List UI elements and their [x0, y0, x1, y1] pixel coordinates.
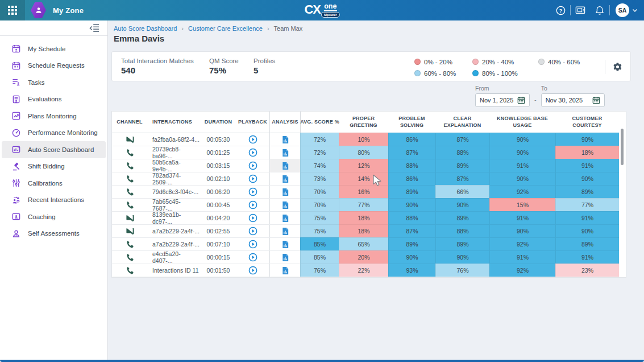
analysis-button[interactable]: [281, 149, 289, 157]
play-button[interactable]: [248, 200, 257, 209]
notifications-button[interactable]: [590, 0, 609, 20]
sidebar-item-coaching[interactable]: Coaching: [2, 208, 106, 225]
avg-score-cell: 85%: [300, 250, 339, 264]
settings-button[interactable]: [611, 60, 624, 73]
analysis-button[interactable]: [281, 240, 289, 249]
panel-divider: [605, 60, 605, 74]
bell-icon: [595, 6, 604, 15]
score-cell: 90%: [435, 198, 489, 211]
score-cell: 92%: [489, 237, 555, 250]
sidebar-item-self-assessments[interactable]: Self Assessments: [2, 225, 106, 242]
chevron-down-icon[interactable]: [631, 7, 638, 14]
score-cell: 90%: [388, 198, 435, 211]
score-cell: 90%: [489, 146, 555, 159]
analysis-button[interactable]: [281, 227, 289, 236]
breadcrumb-link-auto-score-dashboard[interactable]: Auto Score Dashboard: [114, 25, 177, 32]
table-row: 20739cb8-ba96-...00:01:2572%80%87%88%90%…: [112, 146, 619, 159]
score-cell: 89%: [388, 237, 435, 250]
agent-screen-button[interactable]: [571, 0, 590, 20]
breadcrumb-link-customer-care-excellence[interactable]: Customer Care Excellence: [188, 25, 263, 32]
interaction-id-cell: a7a2b229-2a4f-...: [147, 238, 201, 250]
analysis-button[interactable]: [281, 135, 289, 144]
scrollbar-thumb[interactable]: [621, 129, 624, 165]
play-button[interactable]: [248, 148, 257, 157]
table-row: fa2fba0a-68f2-4...00:05:3072%10%86%87%90…: [112, 133, 619, 146]
sidebar-collapse-button[interactable]: [0, 20, 107, 36]
duration-cell: 00:00:15: [201, 251, 236, 264]
legend-item[interactable]: 60% - 80%: [414, 70, 472, 77]
help-button[interactable]: ?: [551, 0, 570, 20]
analysis-report-icon: [281, 135, 289, 144]
to-date-input[interactable]: Nov 30, 2025: [541, 93, 605, 107]
channel-cell: [112, 172, 147, 185]
duration-cell: 00:05:30: [201, 133, 236, 146]
sidebar-item-tasks[interactable]: Tasks: [2, 74, 106, 91]
score-cell: 89%: [388, 185, 435, 198]
sidebar-item-recent-interactions[interactable]: Recent Interactions: [2, 192, 106, 209]
analysis-report-icon: [281, 266, 289, 275]
sidebar-item-plans-monitoring[interactable]: Plans Monitoring: [2, 108, 106, 125]
legend-item[interactable]: 20% - 40%: [472, 59, 538, 65]
legend-item[interactable]: 40% - 60%: [538, 59, 597, 65]
app-launcher-button[interactable]: [0, 0, 25, 20]
analysis-button[interactable]: [281, 266, 289, 275]
legend-dot: [472, 59, 479, 65]
sidebar-item-evaluations[interactable]: Evaluations: [2, 91, 106, 108]
score-cell: 91%: [555, 250, 619, 264]
schedule-calendar-icon: [12, 44, 20, 53]
channel-cell: [112, 251, 147, 264]
play-button[interactable]: [248, 161, 257, 170]
sidebar-item-auto-score-dashboard[interactable]: Auto Score Dashboard: [2, 141, 106, 158]
analysis-button[interactable]: [281, 188, 289, 196]
analysis-button[interactable]: [281, 162, 289, 170]
table-row: a7a2b229-2a4f-...00:02:5575%18%87%88%90%…: [112, 225, 619, 238]
sidebar-item-schedule-requests[interactable]: Schedule Requests: [2, 57, 106, 75]
legend-item[interactable]: 0% - 20%: [414, 59, 472, 65]
gear-icon: [613, 62, 622, 72]
analysis-cell: [269, 238, 300, 250]
play-button[interactable]: [248, 253, 257, 262]
column-header: CUSTOMER COURTESY: [555, 112, 619, 133]
play-button[interactable]: [248, 227, 257, 236]
analysis-report-icon: [281, 175, 289, 183]
score-cell: 16%: [339, 185, 388, 198]
analysis-button[interactable]: [281, 175, 289, 183]
playback-cell: [236, 212, 269, 224]
sidebar-item-label: My Schedule: [28, 46, 65, 52]
playback-cell: [236, 159, 269, 172]
person-icon: [35, 6, 43, 14]
analysis-button[interactable]: [281, 214, 289, 223]
analysis-button[interactable]: [281, 201, 289, 209]
playback-cell: [236, 133, 269, 146]
score-cell: 89%: [435, 211, 489, 224]
play-button[interactable]: [248, 240, 257, 249]
score-cell: 18%: [339, 211, 388, 224]
phone-icon: [126, 149, 134, 157]
score-cell: 20%: [339, 250, 388, 264]
sidebar-item-shift-bidding[interactable]: Shift Bidding: [2, 158, 106, 175]
play-button[interactable]: [248, 135, 257, 144]
play-icon: [248, 213, 257, 223]
channel-cell: [112, 264, 147, 277]
duration-cell: 00:00:45: [201, 199, 236, 211]
chat-icon: [126, 227, 134, 236]
play-button[interactable]: [248, 213, 257, 223]
play-button[interactable]: [248, 187, 257, 196]
play-button[interactable]: [248, 174, 257, 183]
legend-label: 40% - 60%: [548, 59, 580, 65]
avg-score-cell: 76%: [300, 264, 339, 277]
score-cell: 92%: [489, 185, 555, 198]
from-date-input[interactable]: Nov 1, 2025: [475, 93, 530, 107]
sidebar-item-calibrations[interactable]: Calibrations: [2, 175, 106, 192]
sidebar-item-my-schedule[interactable]: My Schedule: [2, 40, 106, 57]
legend-dot: [414, 70, 421, 76]
interaction-id-cell: a7a2b229-2a4f-...: [147, 225, 201, 237]
analysis-report-icon: [281, 240, 289, 249]
analysis-button[interactable]: [281, 253, 289, 262]
phone-icon: [126, 201, 134, 209]
user-avatar[interactable]: SA: [616, 3, 629, 17]
legend-item[interactable]: 80% - 100%: [472, 70, 538, 77]
sidebar-item-performance-monitoring[interactable]: Performance Monitoring: [2, 125, 106, 142]
analysis-report-icon: [281, 253, 289, 262]
play-button[interactable]: [248, 266, 257, 275]
